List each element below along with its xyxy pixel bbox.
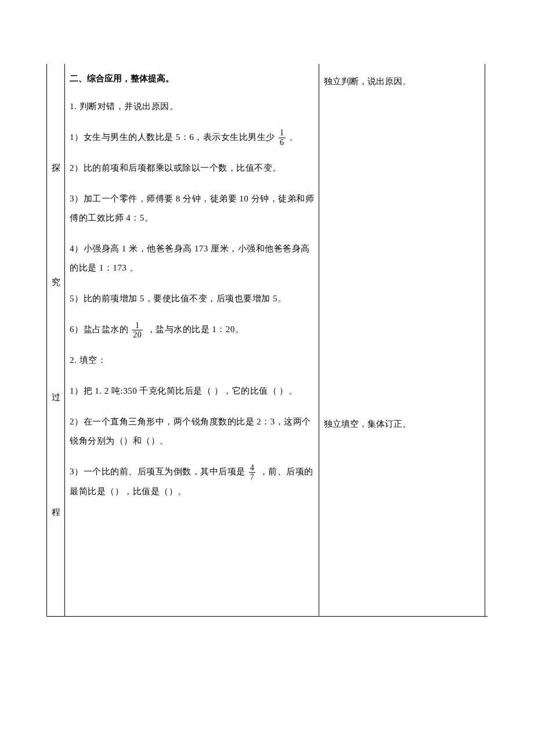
fraction-denominator: 6	[279, 138, 286, 147]
fill-q1: 1）把 1. 2 吨:350 千克化简比后是（ ），它的比值（ ）。	[70, 381, 314, 401]
content-column: 二、综合应用，整体提高。 1. 判断对错，并说出原因。 1）女生与男生的人数比是…	[65, 64, 319, 616]
judge-q2: 2）比的前项和后项都乘以或除以一个数，比值不变。	[70, 159, 314, 178]
label-char-3: 过	[52, 391, 60, 404]
note-bottom: 独立填空，集体订正。	[324, 415, 480, 608]
fraction-denominator: 20	[132, 330, 143, 339]
judge-q6-text-a: 6）盐占盐水的	[70, 325, 131, 334]
fraction-numerator: 1	[279, 128, 286, 138]
judge-q3: 3）加工一个零件，师傅要 8 分钟，徒弟要 10 分钟，徒弟和师傅的工效比师 4…	[70, 189, 314, 228]
label-char-1: 探	[52, 161, 60, 175]
notes-column: 独立判断，说出原因。 独立填空，集体订正。	[319, 64, 485, 616]
judge-q6-text-b: ，盐与水的比是 1：20。	[147, 325, 244, 334]
fraction-numerator: 1	[132, 321, 143, 330]
note-top: 独立判断，说出原因。	[324, 72, 480, 91]
judge-q1: 1）女生与男生的人数比是 5：6，表示女生比男生少 1 6 。	[70, 128, 314, 147]
fraction-numerator: 4	[249, 463, 256, 473]
fill-q3-text-a: 3）一个比的前、后项互为倒数，其中后项是	[70, 467, 246, 476]
judge-lead: 1. 判断对错，并说出原因。	[70, 97, 314, 116]
fraction-four-sevenths: 4 7	[249, 463, 256, 482]
lesson-table: 探 究 过 程 二、综合应用，整体提高。 1. 判断对错，并说出原因。 1）女生…	[46, 64, 488, 617]
label-char-4: 程	[52, 506, 60, 519]
fill-q2: 2）在一个直角三角形中，两个锐角度数的比是 2：3，这两个锐角分别为（）和（）。	[70, 412, 314, 451]
judge-q1-text-b: 。	[289, 132, 298, 142]
row-label-column: 探 究 过 程	[46, 64, 65, 616]
fill-q3: 3）一个比的前、后项互为倒数，其中后项是 4 7 ，前、后项的最简比是（），比值…	[70, 462, 314, 501]
judge-q5: 5）比的前项增加 5，要使比值不变，后项也要增加 5。	[70, 289, 314, 308]
judge-q1-text-a: 1）女生与男生的人数比是 5：6，表示女生比男生少	[70, 132, 275, 142]
judge-q4: 4）小强身高 1 米，他爸爸身高 173 厘米，小强和他爸爸身高的比是 1：17…	[70, 239, 314, 278]
fraction-one-sixth: 1 6	[279, 128, 286, 147]
label-char-2: 究	[52, 276, 60, 289]
section-2-title: 二、综合应用，整体提高。	[70, 72, 314, 85]
fraction-denominator: 7	[249, 473, 256, 481]
fill-lead: 2. 填空：	[70, 351, 314, 370]
judge-q6: 6）盐占盐水的 1 20 ，盐与水的比是 1：20。	[70, 320, 314, 339]
fraction-one-twentieth: 1 20	[132, 321, 143, 340]
